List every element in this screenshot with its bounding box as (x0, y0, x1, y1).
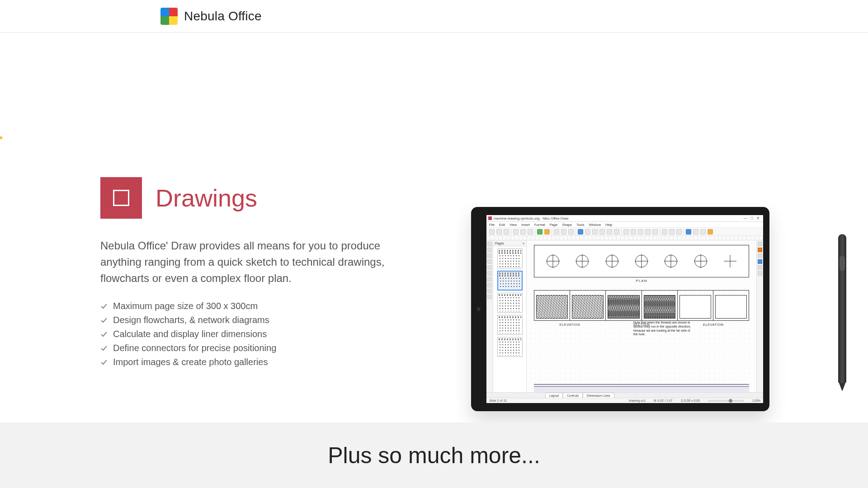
more-title: Plus so much more... (328, 442, 540, 469)
toolbar-icon (693, 229, 698, 235)
left-toolbar (486, 240, 493, 392)
toolbar-icon (708, 229, 713, 235)
toolbar-icon (686, 229, 691, 235)
drawing-note: Note that when the threads are shown in … (633, 321, 691, 337)
workspace: Pages × (486, 240, 763, 392)
tool-icon (487, 265, 492, 270)
toolbar-icon (607, 229, 612, 235)
tool-icon (487, 271, 492, 276)
feature-text: Maximum page size of 300 x 300cm (113, 301, 258, 311)
page-thumbnail (497, 249, 523, 268)
tool-icon (758, 265, 762, 270)
thread-outline-drawing (715, 295, 747, 319)
tablet-frame: machine-drawing-symbols.odg - Nitro Offi… (471, 207, 769, 411)
page-thumbnail-active (497, 271, 523, 291)
feature-item: Calculate and display liner dimensions (100, 329, 417, 339)
status-size: ⊡ 0.00 x 0.00 (681, 399, 700, 403)
menu-item: Help (605, 223, 612, 227)
check-icon (100, 331, 108, 338)
toolbar-icon (592, 229, 598, 235)
toolbar-icon (652, 229, 658, 235)
tool-icon (758, 242, 762, 246)
right-toolbar (756, 240, 763, 392)
more-section: Plus so much more... (0, 422, 868, 488)
toolbar-icon (645, 229, 651, 235)
feature-item: Define connectors for precise positionin… (100, 343, 417, 353)
plan-view-box (534, 245, 749, 277)
check-icon (100, 359, 108, 366)
toolbar-icon (489, 229, 495, 235)
thread-drawing (572, 295, 604, 319)
check-icon (100, 345, 108, 352)
feature-text: Import images & create photo galleries (113, 357, 268, 367)
tool-icon (487, 259, 492, 264)
sheet-tab: Dimension Lines (583, 393, 614, 398)
tool-icon (487, 253, 492, 258)
feature-text: Design flowcharts, & network diagrams (113, 315, 269, 325)
tool-icon (487, 283, 492, 287)
site-header: Nebula Office (0, 0, 868, 33)
window-title: machine-drawing-symbols.odg - Nitro Offi… (494, 216, 568, 221)
main-content: Drawings Nebula Office' Draw provides al… (0, 33, 868, 411)
pages-label: Pages (495, 242, 504, 245)
status-bar: Slide 2 of 12 drawing-cc1 ⊞ 6.02 / 1.67 … (486, 398, 763, 403)
crosshair-circle-icon (665, 255, 677, 267)
toolbar-icon (638, 229, 643, 235)
feature-text-column: Drawings Nebula Office' Draw provides al… (100, 177, 417, 371)
menu-item: Insert (521, 223, 530, 227)
tool-icon (758, 259, 762, 264)
toolbar-icon (528, 229, 533, 235)
menu-item: Tools (576, 223, 585, 227)
page-thumbnail (497, 293, 523, 313)
maximize-icon: □ (749, 216, 755, 221)
thread-section-drawing (608, 295, 639, 319)
toolbar-icon (544, 229, 550, 235)
crosshair-circle-icon (606, 255, 618, 267)
plus-symbol-icon (724, 255, 736, 267)
tool-icon (487, 277, 492, 282)
decorative-edge (0, 136, 2, 139)
tool-icon (487, 289, 492, 293)
page-thumbnail (497, 337, 523, 357)
toolbar-icon (537, 229, 542, 235)
feature-item: Import images & create photo galleries (100, 357, 417, 367)
close-icon: ✕ (755, 216, 761, 221)
pages-header: Pages × (493, 240, 526, 246)
thread-section-drawing (644, 295, 675, 319)
menu-item: View (509, 223, 517, 227)
brand-name: Nebula Office (184, 9, 262, 23)
menu-item: Page (550, 223, 558, 227)
menu-bar: File Edit View Insert Format Page Shape … (486, 222, 763, 228)
toolbar-icon (676, 229, 682, 235)
feature-text: Calculate and display liner dimensions (113, 329, 267, 339)
app-screenshot: machine-drawing-symbols.odg - Nitro Offi… (486, 215, 763, 403)
menu-item: Window (589, 223, 601, 227)
check-icon (100, 303, 108, 310)
menu-item: Format (534, 223, 545, 227)
toolbar-icon (578, 229, 583, 235)
toolbar (486, 228, 763, 236)
sheet-tab: Layout (545, 393, 563, 398)
pages-panel: Pages × (493, 240, 527, 392)
check-icon (100, 317, 108, 324)
status-coords: ⊞ 6.02 / 1.67 (654, 399, 672, 403)
tool-icon (487, 242, 492, 246)
crosshair-circle-icon (635, 255, 648, 267)
brand-logo-icon (160, 8, 178, 25)
tool-icon (758, 271, 762, 276)
toolbar-icon (700, 229, 706, 235)
toolbar-icon (623, 229, 629, 235)
plan-label: PLAN (534, 279, 749, 283)
feature-list: Maximum page size of 300 x 300cm Design … (100, 301, 417, 367)
drawing-canvas: PLAN ELEVATION SECTION ELEVAT (527, 240, 756, 392)
screenshot-column: machine-drawing-symbols.odg - Nitro Offi… (471, 207, 814, 411)
feature-item: Maximum page size of 300 x 300cm (100, 301, 417, 311)
toolbar-icon (554, 229, 559, 235)
sheet-tabs: Layout Controls Dimension Lines (486, 392, 763, 398)
zoom-value: 110% (752, 399, 760, 402)
minimize-icon: — (742, 216, 749, 221)
tool-icon (758, 253, 762, 258)
toolbar-icon (599, 229, 605, 235)
crosshair-circle-icon (694, 255, 707, 267)
toolbar-icon (662, 229, 667, 235)
